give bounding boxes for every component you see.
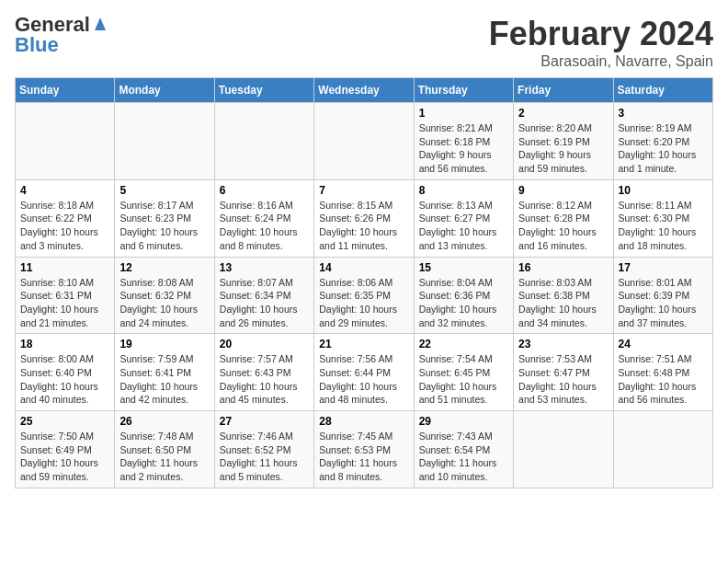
day-info: Sunrise: 8:01 AM Sunset: 6:39 PM Dayligh… [619,276,708,330]
day-info: Sunrise: 7:53 AM Sunset: 6:47 PM Dayligh… [518,352,608,407]
day-number: 14 [319,261,408,274]
day-info: Sunrise: 8:17 AM Sunset: 6:23 PM Dayligh… [119,199,209,253]
calendar-cell: 15Sunrise: 8:04 AM Sunset: 6:36 PM Dayli… [414,257,513,334]
day-info: Sunrise: 7:57 AM Sunset: 6:43 PM Dayligh… [220,352,309,407]
day-number: 3 [619,107,708,120]
day-info: Sunrise: 8:13 AM Sunset: 6:27 PM Dayligh… [419,199,508,253]
calendar-cell: 5Sunrise: 8:17 AM Sunset: 6:23 PM Daylig… [115,179,214,257]
title-area: February 2024 Barasoain, Navarre, Spain [489,15,713,70]
calendar-cell: 2Sunrise: 8:20 AM Sunset: 6:19 PM Daylig… [514,103,613,180]
day-info: Sunrise: 8:18 AM Sunset: 6:22 PM Dayligh… [20,199,109,253]
day-info: Sunrise: 7:59 AM Sunset: 6:41 PM Dayligh… [119,352,209,407]
day-number: 11 [20,261,109,274]
day-number: 25 [20,415,109,428]
day-number: 9 [518,184,608,197]
day-info: Sunrise: 8:10 AM Sunset: 6:31 PM Dayligh… [20,276,109,330]
column-header-wednesday: Wednesday [314,78,414,103]
calendar-cell: 26Sunrise: 7:48 AM Sunset: 6:50 PM Dayli… [115,411,214,488]
day-info: Sunrise: 7:54 AM Sunset: 6:45 PM Dayligh… [419,352,508,407]
day-info: Sunrise: 8:16 AM Sunset: 6:24 PM Dayligh… [220,199,309,253]
week-row-1: 1Sunrise: 8:21 AM Sunset: 6:18 PM Daylig… [16,103,713,180]
column-header-sunday: Sunday [16,78,115,103]
day-info: Sunrise: 7:46 AM Sunset: 6:52 PM Dayligh… [220,430,309,484]
calendar-cell: 21Sunrise: 7:56 AM Sunset: 6:44 PM Dayli… [314,334,414,411]
column-header-saturday: Saturday [613,78,712,103]
column-header-tuesday: Tuesday [214,78,313,103]
week-row-2: 4Sunrise: 8:18 AM Sunset: 6:22 PM Daylig… [16,179,713,257]
day-number: 15 [419,261,508,274]
week-row-5: 25Sunrise: 7:50 AM Sunset: 6:49 PM Dayli… [16,411,713,488]
calendar-cell: 17Sunrise: 8:01 AM Sunset: 6:39 PM Dayli… [613,257,712,334]
day-info: Sunrise: 7:51 AM Sunset: 6:48 PM Dayligh… [619,352,708,407]
calendar-cell: 25Sunrise: 7:50 AM Sunset: 6:49 PM Dayli… [16,411,115,488]
calendar-cell: 6Sunrise: 8:16 AM Sunset: 6:24 PM Daylig… [214,179,313,257]
day-info: Sunrise: 8:20 AM Sunset: 6:19 PM Dayligh… [518,121,608,176]
calendar-cell [613,411,712,488]
day-info: Sunrise: 8:21 AM Sunset: 6:18 PM Dayligh… [419,121,508,176]
day-info: Sunrise: 8:04 AM Sunset: 6:36 PM Dayligh… [419,276,508,330]
day-info: Sunrise: 7:50 AM Sunset: 6:49 PM Dayligh… [20,430,109,484]
day-number: 5 [119,184,209,197]
day-number: 27 [220,415,309,428]
calendar-cell: 14Sunrise: 8:06 AM Sunset: 6:35 PM Dayli… [314,257,414,334]
day-number: 26 [119,415,209,428]
day-info: Sunrise: 8:03 AM Sunset: 6:38 PM Dayligh… [518,276,608,330]
day-info: Sunrise: 7:56 AM Sunset: 6:44 PM Dayligh… [319,352,408,407]
page-subtitle: Barasoain, Navarre, Spain [489,53,713,70]
calendar-cell: 24Sunrise: 7:51 AM Sunset: 6:48 PM Dayli… [613,334,712,411]
calendar-cell [115,103,214,180]
calendar-cell: 13Sunrise: 8:07 AM Sunset: 6:34 PM Dayli… [214,257,313,334]
calendar-cell: 19Sunrise: 7:59 AM Sunset: 6:41 PM Dayli… [115,334,214,411]
header: General Blue February 2024 Barasoain, Na… [15,15,713,70]
day-info: Sunrise: 8:06 AM Sunset: 6:35 PM Dayligh… [319,276,408,330]
header-row: SundayMondayTuesdayWednesdayThursdayFrid… [16,78,713,103]
day-info: Sunrise: 7:48 AM Sunset: 6:50 PM Dayligh… [119,430,209,484]
calendar-cell [214,103,313,180]
day-number: 18 [20,338,109,350]
calendar-cell: 29Sunrise: 7:43 AM Sunset: 6:54 PM Dayli… [414,411,513,488]
day-number: 16 [518,261,608,274]
day-number: 2 [518,107,608,120]
calendar-cell: 1Sunrise: 8:21 AM Sunset: 6:18 PM Daylig… [414,103,513,180]
calendar-cell: 16Sunrise: 8:03 AM Sunset: 6:38 PM Dayli… [514,257,613,334]
day-number: 8 [419,184,508,197]
calendar-cell: 7Sunrise: 8:15 AM Sunset: 6:26 PM Daylig… [314,179,414,257]
day-info: Sunrise: 7:43 AM Sunset: 6:54 PM Dayligh… [419,430,508,484]
day-info: Sunrise: 8:15 AM Sunset: 6:26 PM Dayligh… [319,199,408,253]
calendar-cell [314,103,414,180]
day-number: 23 [518,338,608,350]
day-number: 21 [319,338,408,350]
day-number: 20 [220,338,309,350]
day-number: 17 [619,261,708,274]
logo-triangle-icon [91,14,109,32]
day-info: Sunrise: 7:45 AM Sunset: 6:53 PM Dayligh… [319,430,408,484]
calendar-cell: 3Sunrise: 8:19 AM Sunset: 6:20 PM Daylig… [613,103,712,180]
day-number: 6 [220,184,309,197]
logo: General Blue [15,15,109,55]
day-number: 19 [119,338,209,350]
column-header-monday: Monday [115,78,214,103]
calendar-cell [16,103,115,180]
calendar-cell: 20Sunrise: 7:57 AM Sunset: 6:43 PM Dayli… [214,334,313,411]
page-title: February 2024 [489,15,713,53]
week-row-3: 11Sunrise: 8:10 AM Sunset: 6:31 PM Dayli… [16,257,713,334]
day-number: 24 [619,338,708,350]
svg-marker-0 [95,17,106,30]
day-info: Sunrise: 8:11 AM Sunset: 6:30 PM Dayligh… [619,199,708,253]
calendar-cell: 28Sunrise: 7:45 AM Sunset: 6:53 PM Dayli… [314,411,414,488]
day-info: Sunrise: 8:12 AM Sunset: 6:28 PM Dayligh… [518,199,608,253]
calendar-cell: 11Sunrise: 8:10 AM Sunset: 6:31 PM Dayli… [16,257,115,334]
day-info: Sunrise: 8:07 AM Sunset: 6:34 PM Dayligh… [220,276,309,330]
day-number: 4 [20,184,109,197]
column-header-friday: Friday [514,78,613,103]
day-number: 22 [419,338,508,350]
day-number: 1 [419,107,508,120]
calendar-cell: 22Sunrise: 7:54 AM Sunset: 6:45 PM Dayli… [414,334,513,411]
day-number: 10 [619,184,708,197]
calendar-cell: 23Sunrise: 7:53 AM Sunset: 6:47 PM Dayli… [514,334,613,411]
calendar-cell: 12Sunrise: 8:08 AM Sunset: 6:32 PM Dayli… [115,257,214,334]
logo-general-text: General [15,15,90,35]
calendar-cell: 18Sunrise: 8:00 AM Sunset: 6:40 PM Dayli… [16,334,115,411]
calendar-cell: 10Sunrise: 8:11 AM Sunset: 6:30 PM Dayli… [613,179,712,257]
logo-blue-text: Blue [15,35,59,55]
